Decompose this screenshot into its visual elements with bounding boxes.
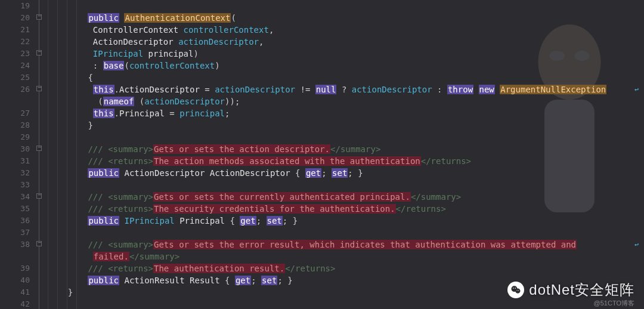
line-number: 34	[0, 191, 30, 203]
fold-toggle[interactable]	[36, 193, 42, 199]
line-number: 25	[0, 72, 30, 84]
code-area[interactable]: public AuthenticationContext( Controller…	[45, 0, 644, 309]
code-line: public ActionDescriptor ActionDescriptor…	[48, 167, 644, 179]
line-number: 21	[0, 24, 30, 36]
fold-toggle[interactable]	[36, 146, 42, 151]
fold-toggle[interactable]	[36, 14, 42, 20]
line-number: 40	[0, 274, 30, 286]
line-number: 28	[0, 119, 30, 131]
code-line: /// <returns>The action methods associat…	[48, 155, 644, 167]
code-line: this.ActionDescriptor = actionDescriptor…	[48, 84, 644, 95]
wechat-icon	[507, 282, 524, 298]
line-number: 26	[0, 84, 30, 95]
fold-toggle[interactable]	[36, 50, 42, 55]
line-number: 38	[0, 239, 30, 251]
code-editor[interactable]: 19 20 21 22 23 24 25 26 27 28 29 30 31 3…	[0, 0, 644, 309]
svg-point-8	[517, 290, 518, 291]
code-line: /// <returns>The security credentials fo…	[48, 203, 644, 215]
wrap-icon: ↩	[634, 239, 642, 251]
line-number: 33	[0, 179, 30, 191]
line-number: 24	[0, 60, 30, 72]
line-number: 31	[0, 155, 30, 167]
line-number: 35	[0, 203, 30, 215]
svg-point-6	[513, 288, 514, 289]
line-number	[0, 95, 30, 107]
code-line: /// <summary>Gets or sets the currently …	[48, 191, 644, 203]
line-number: 23	[0, 48, 30, 60]
code-line: ActionDescriptor actionDescriptor,	[48, 36, 644, 48]
line-number: 27	[0, 107, 30, 119]
fold-toggle[interactable]	[36, 86, 42, 91]
code-line: /// <summary>Gets or sets the error resu…	[48, 239, 644, 251]
line-number: 32	[0, 167, 30, 179]
line-number: 39	[0, 262, 30, 274]
svg-point-9	[518, 290, 519, 291]
line-number: 42	[0, 298, 30, 309]
svg-point-7	[515, 288, 516, 289]
line-number: 29	[0, 131, 30, 143]
svg-point-5	[515, 289, 520, 293]
line-number-gutter: 19 20 21 22 23 24 25 26 27 28 29 30 31 3…	[0, 0, 35, 309]
line-number: 41	[0, 286, 30, 298]
fold-gutter	[35, 0, 45, 309]
code-line: public IPrincipal Principal { get; set; …	[48, 215, 644, 227]
wrap-icon: ↩	[634, 84, 642, 95]
line-number: 19	[0, 0, 30, 12]
code-line: (nameof (actionDescriptor));	[48, 95, 644, 107]
code-line: IPrincipal principal)	[48, 48, 644, 60]
line-number: 37	[0, 227, 30, 239]
watermark: dotNet安全矩阵	[507, 280, 634, 299]
code-line: /// <returns>The authentication result.<…	[48, 262, 644, 274]
line-number: 22	[0, 36, 30, 48]
code-line: {	[48, 72, 644, 84]
watermark-sub: @51CTO博客	[594, 299, 634, 308]
line-number: 36	[0, 215, 30, 227]
code-line: failed.</summary>	[48, 251, 644, 262]
watermark-text: dotNet安全矩阵	[529, 280, 634, 299]
line-number	[0, 251, 30, 262]
code-line: /// <summary>Gets or sets the action des…	[48, 143, 644, 155]
code-line: this.Principal = principal;	[48, 107, 644, 119]
code-line: ControllerContext controllerContext,	[48, 24, 644, 36]
fold-toggle[interactable]	[36, 241, 42, 246]
code-line: : base(controllerContext)	[48, 60, 644, 72]
code-line: }	[48, 119, 644, 131]
line-number: 30	[0, 143, 30, 155]
line-number: 20	[0, 12, 30, 24]
code-line: public AuthenticationContext(	[48, 12, 644, 24]
